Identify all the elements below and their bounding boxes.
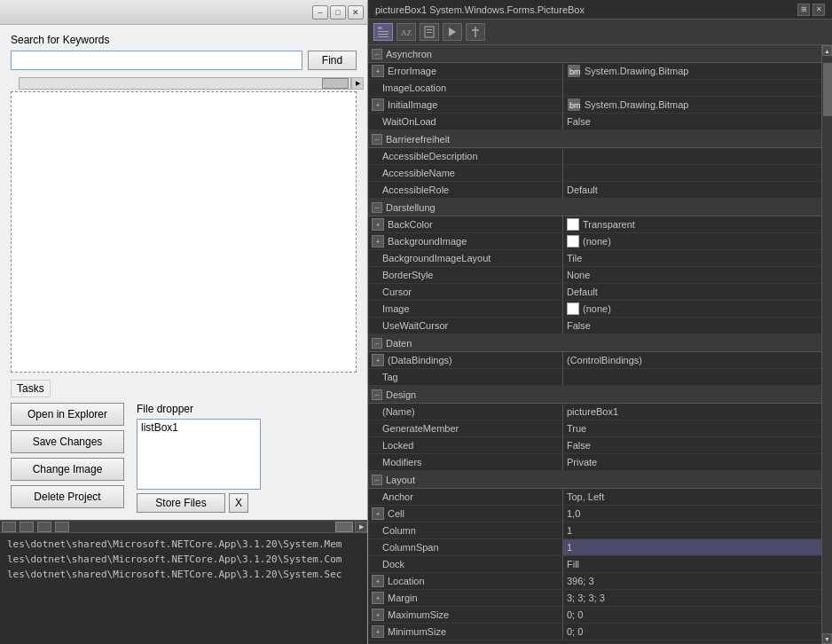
prop-dock[interactable]: Dock Fill — [368, 556, 821, 573]
output-icon-2[interactable] — [20, 522, 34, 532]
search-input[interactable] — [11, 51, 302, 70]
undock-button[interactable]: ✕ — [812, 4, 825, 16]
group-barrierefreiheit[interactable]: – Barrierefreiheit — [368, 130, 821, 148]
prop-image-location[interactable]: ImageLocation — [368, 80, 821, 97]
alphabetical-view-button[interactable]: AZ — [396, 23, 416, 41]
prop-location[interactable]: +Location 396; 3 — [368, 573, 821, 590]
horizontal-scrollbar[interactable] — [19, 77, 351, 90]
expand-maximum-size[interactable]: + — [372, 609, 384, 621]
group-barrierefreiheit-icon: – — [372, 134, 382, 145]
prop-value-locked: False — [563, 437, 821, 453]
group-asynchron[interactable]: – Asynchron — [368, 45, 821, 63]
prop-accessible-role[interactable]: AccessibleRole Default — [368, 182, 821, 199]
svg-rect-6 — [427, 29, 432, 30]
image-swatch — [567, 302, 579, 315]
prop-initial-image[interactable]: +InitialImage bmp System.Drawing.Bitmap — [368, 97, 821, 114]
prop-background-image[interactable]: +BackgroundImage (none) — [368, 233, 821, 250]
group-darstellung-label: Darstellung — [386, 202, 436, 213]
search-row: Find — [11, 51, 357, 70]
prop-margin[interactable]: +Margin 3; 3; 3; 3 — [368, 590, 821, 607]
prop-name-backcolor: +BackColor — [368, 216, 563, 232]
events-button[interactable] — [443, 23, 462, 41]
file-dropper-listbox[interactable]: listBox1 — [137, 419, 261, 490]
prop-accessible-name[interactable]: AccessibleName — [368, 165, 821, 182]
change-image-button[interactable]: Change Image — [11, 458, 124, 481]
group-darstellung[interactable]: – Darstellung — [368, 199, 821, 216]
scroll-up-arrow[interactable]: ▲ — [822, 45, 832, 56]
prop-error-image[interactable]: +ErrorImage bmp System.Drawing.Bitmap — [368, 63, 821, 80]
output-icon-1[interactable] — [2, 522, 16, 532]
prop-name-cursor: Cursor — [368, 284, 563, 300]
close-button[interactable]: ✕ — [348, 5, 364, 20]
scroll-right-arrow[interactable]: ▶ — [351, 77, 364, 90]
prop-border-style[interactable]: BorderStyle None — [368, 267, 821, 284]
expand-error-image[interactable]: + — [372, 65, 384, 77]
prop-column-span[interactable]: ColumnSpan 1 — [368, 539, 821, 556]
pin-button[interactable] — [466, 23, 485, 41]
open-in-explorer-button[interactable]: Open in Explorer — [11, 403, 124, 426]
scroll-down-arrow[interactable]: ▼ — [822, 633, 832, 644]
prop-value-tag — [563, 369, 821, 385]
prop-locked[interactable]: Locked False — [368, 437, 821, 454]
maximize-button[interactable]: □ — [330, 5, 346, 20]
group-layout-icon: – — [372, 475, 382, 485]
delete-project-button[interactable]: Delete Project — [11, 485, 124, 508]
group-barrierefreiheit-label: Barrierefreiheit — [386, 134, 450, 145]
prop-value-cell: 1,0 — [563, 506, 821, 522]
prop-cursor[interactable]: Cursor Default — [368, 284, 821, 301]
expand-cell[interactable]: + — [372, 507, 384, 520]
categorized-view-button[interactable] — [373, 23, 393, 41]
output-icon-3[interactable] — [37, 522, 51, 532]
prop-cell[interactable]: +Cell 1,0 — [368, 506, 821, 522]
prop-minimum-size[interactable]: +MinimumSize 0; 0 — [368, 624, 821, 640]
prop-name-background-image: +BackgroundImage — [368, 233, 563, 249]
save-changes-button[interactable]: Save Changes — [11, 430, 124, 453]
expand-background-image[interactable]: + — [372, 235, 384, 247]
dock-button[interactable]: ⊞ — [797, 4, 810, 16]
output-line-2: les\dotnet\shared\Microsoft.NETCore.App\… — [7, 552, 360, 567]
prop-name-data-bindings: +(DataBindings) — [368, 352, 563, 368]
prop-modifiers[interactable]: Modifiers Private — [368, 454, 821, 471]
bottom-output-area: ▶ les\dotnet\shared\Microsoft.NETCore.Ap… — [0, 520, 367, 644]
properties-page-button[interactable] — [420, 23, 439, 41]
prop-value-location: 396; 3 — [563, 573, 821, 589]
prop-tag[interactable]: Tag — [368, 369, 821, 386]
prop-name-bg-image-layout: BackgroundImageLayout — [368, 250, 563, 266]
expand-minimum-size[interactable]: + — [372, 625, 384, 638]
prop-backcolor[interactable]: +BackColor Transparent — [368, 216, 821, 233]
expand-initial-image[interactable]: + — [372, 98, 384, 111]
prop-name-anchor: Anchor — [368, 489, 563, 505]
right-panel-scrollbar[interactable]: ▲ ▼ — [821, 45, 832, 644]
x-button[interactable]: X — [229, 493, 248, 513]
prop-name-error-image: +ErrorImage — [368, 63, 563, 79]
store-files-button[interactable]: Store Files — [137, 493, 225, 513]
prop-name-field[interactable]: (Name) pictureBox1 — [368, 404, 821, 420]
prop-accessible-desc[interactable]: AccessibleDescription — [368, 148, 821, 165]
find-button[interactable]: Find — [308, 51, 357, 70]
prop-generate-member[interactable]: GenerateMember True — [368, 420, 821, 437]
prop-bg-image-layout[interactable]: BackgroundImageLayout Tile — [368, 250, 821, 267]
prop-value-background-image: (none) — [563, 233, 821, 249]
prop-column[interactable]: Column 1 — [368, 522, 821, 539]
prop-image[interactable]: Image (none) — [368, 301, 821, 318]
group-design[interactable]: – Design — [368, 386, 821, 404]
prop-value-dock: Fill — [563, 556, 821, 572]
scroll-right-end[interactable]: ▶ — [355, 522, 367, 532]
prop-data-bindings[interactable]: +(DataBindings) (ControlBindings) — [368, 352, 821, 369]
group-layout[interactable]: – Layout — [368, 471, 821, 489]
prop-wait-on-load[interactable]: WaitOnLoad False — [368, 114, 821, 130]
expand-data-bindings[interactable]: + — [372, 354, 384, 366]
expand-backcolor[interactable]: + — [372, 218, 384, 231]
prop-anchor[interactable]: Anchor Top, Left — [368, 489, 821, 506]
prop-maximum-size[interactable]: +MaximumSize 0; 0 — [368, 607, 821, 624]
prop-name-margin: +Margin — [368, 590, 563, 606]
prop-value-cursor: Default — [563, 284, 821, 300]
expand-location[interactable]: + — [372, 575, 384, 587]
scroll-track — [822, 56, 832, 633]
bottom-scrollbar[interactable]: ▶ — [0, 521, 367, 533]
group-daten[interactable]: – Daten — [368, 334, 821, 352]
expand-margin[interactable]: + — [372, 592, 384, 604]
output-icon-4[interactable] — [55, 522, 69, 532]
prop-use-wait-cursor[interactable]: UseWaitCursor False — [368, 318, 821, 334]
minimize-button[interactable]: – — [312, 5, 328, 20]
